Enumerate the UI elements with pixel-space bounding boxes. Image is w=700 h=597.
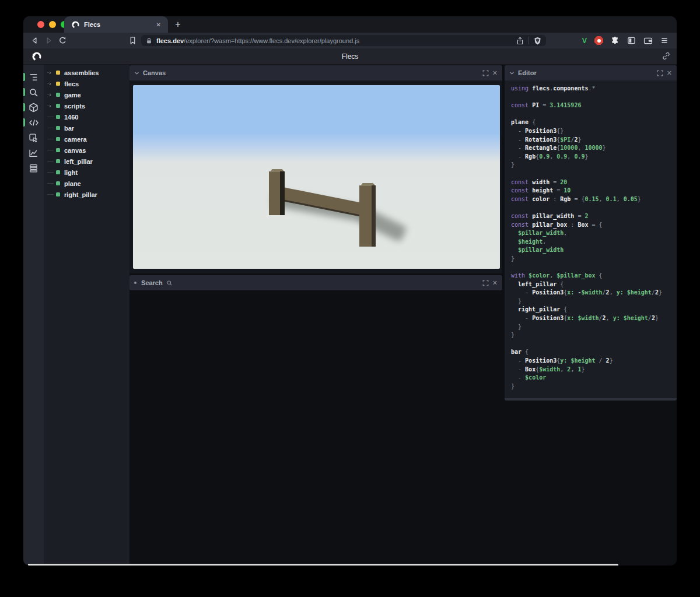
code-line: - Box{$width, 2, 1}	[511, 366, 677, 374]
active-indicator	[23, 118, 25, 127]
tree-item-label: game	[64, 92, 81, 99]
vimium-extension-button[interactable]: V	[582, 37, 587, 45]
tree-item[interactable]: › camera	[47, 134, 130, 145]
rail-item-world[interactable]	[23, 100, 44, 115]
tree-item[interactable]: › bar	[47, 122, 130, 134]
flecs-favicon-icon	[71, 20, 80, 29]
tree-item[interactable]: › light	[47, 167, 130, 178]
new-tab-button[interactable]: +	[172, 18, 184, 31]
code-line: $height,	[511, 238, 677, 247]
code-line: with $color, $pillar_box {	[511, 272, 677, 280]
rail-item-inspect[interactable]	[23, 130, 44, 145]
entity-color-dot	[56, 82, 60, 86]
address-bar[interactable]: flecs.dev/explorer/?wasm=https://www.fle…	[141, 35, 546, 46]
rail-item-query[interactable]	[23, 85, 44, 100]
code-line	[511, 340, 677, 349]
chevron-right-icon[interactable]: ›	[49, 100, 51, 111]
tree-item[interactable]: › scripts	[47, 100, 130, 111]
brave-shield-button[interactable]	[534, 37, 541, 45]
code-line: using flecs.components.*	[511, 85, 677, 93]
tree-guide-line	[47, 139, 54, 139]
rail-item-tables[interactable]	[23, 160, 44, 175]
browser-tab[interactable]: Flecs ✕	[64, 16, 168, 33]
entity-color-dot	[56, 115, 60, 119]
code-icon	[29, 118, 39, 127]
pillar-side-face	[280, 171, 285, 215]
browser-window: Flecs ✕ + flecs.dev/explore	[23, 16, 677, 566]
expand-button fullscreen-icon[interactable]	[482, 70, 489, 76]
entity-color-dot	[56, 181, 60, 185]
tree-item-label: scripts	[64, 103, 85, 110]
editor-resize-handle[interactable]	[505, 398, 677, 401]
close-button close-icon[interactable]: ✕	[667, 69, 672, 77]
left-pillar-mesh	[269, 171, 285, 215]
code-editor[interactable]: using flecs.components.* const PI = 3.14…	[505, 80, 677, 394]
code-line: - Rotation3{$PI/2}	[511, 136, 677, 145]
permalink-button[interactable]	[662, 51, 671, 61]
tree-item-label: plane	[64, 180, 81, 187]
app-body: › assemblies › flecs › game ›	[23, 65, 677, 565]
canvas-panel-header[interactable]: Canvas ✕	[130, 65, 502, 80]
three-d-canvas[interactable]	[133, 85, 500, 269]
forward-button[interactable]	[43, 34, 55, 47]
rail-item-stats[interactable]	[23, 145, 44, 160]
entity-tree: › assemblies › flecs › game ›	[44, 65, 130, 565]
code-line: - $color	[511, 374, 677, 382]
entity-color-dot	[56, 192, 60, 196]
close-button close-icon[interactable]: ✕	[492, 279, 498, 287]
tree-item[interactable]: › right_pillar	[47, 189, 130, 200]
tree-item-label: flecs	[64, 80, 79, 87]
code-line: }	[511, 297, 677, 306]
lock-icon	[146, 37, 152, 44]
code-line: }	[511, 161, 677, 170]
expand-button fullscreen-icon[interactable]	[482, 280, 489, 286]
pillar-side-face	[372, 185, 376, 247]
code-line: const PI = 3.1415926	[511, 101, 677, 110]
traffic-close-button[interactable]	[37, 21, 44, 28]
traffic-minimize-button[interactable]	[49, 21, 56, 28]
rail-item-entities[interactable]	[23, 69, 44, 85]
tab-close-icon[interactable]: ✕	[154, 20, 163, 29]
blocker-extension-button[interactable]	[594, 36, 603, 45]
collapse-chevron-icon[interactable]	[134, 71, 139, 76]
search-panel-header[interactable]: Search ✕	[130, 275, 502, 290]
tree-item[interactable]: › flecs	[47, 78, 130, 89]
pointer-icon	[29, 133, 38, 143]
tree-item-label: right_pillar	[64, 191, 97, 198]
close-button close-icon[interactable]: ✕	[492, 69, 498, 77]
tree-item[interactable]: › game	[47, 89, 130, 100]
tree-item[interactable]: › plane	[47, 178, 130, 189]
bookmark-button[interactable]	[127, 34, 139, 47]
expand-button fullscreen-icon[interactable]	[657, 70, 663, 76]
tree-item[interactable]: › assemblies	[47, 67, 130, 78]
code-line: }	[511, 331, 677, 340]
editor-panel-header[interactable]: Editor ✕	[505, 65, 677, 80]
collapsed-bullet-icon[interactable]	[134, 282, 136, 284]
collapse-chevron-icon[interactable]	[509, 71, 514, 76]
code-line	[511, 93, 677, 102]
back-button[interactable]	[29, 34, 41, 47]
rail-item-scripts[interactable]	[23, 115, 44, 130]
chevron-right-icon[interactable]: ›	[49, 78, 51, 89]
entity-color-dot	[56, 104, 60, 108]
tree-item[interactable]: › canvas	[47, 145, 130, 156]
wallet-button[interactable]	[643, 37, 653, 45]
search-icon	[29, 87, 38, 97]
chart-icon	[29, 148, 38, 158]
extensions-button[interactable]	[611, 36, 620, 45]
chevron-right-icon[interactable]: ›	[49, 89, 51, 100]
icon-rail	[23, 65, 44, 565]
menu-button hamburger-icon[interactable]	[660, 37, 668, 44]
code-line	[511, 263, 677, 272]
code-line: const pillar_width = 2	[511, 212, 677, 221]
tree-item-label: canvas	[64, 147, 86, 154]
tree-item[interactable]: › 1460	[47, 111, 130, 122]
tree-item[interactable]: › left_pillar	[47, 156, 130, 167]
reload-button[interactable]	[57, 34, 69, 47]
right-pillar-mesh	[359, 185, 376, 247]
tree-item-label: left_pillar	[64, 158, 93, 165]
share-button[interactable]	[516, 37, 524, 45]
chevron-right-icon[interactable]: ›	[49, 67, 51, 78]
tab-title: Flecs	[84, 21, 154, 28]
sidebar-toggle-button[interactable]	[627, 36, 636, 45]
